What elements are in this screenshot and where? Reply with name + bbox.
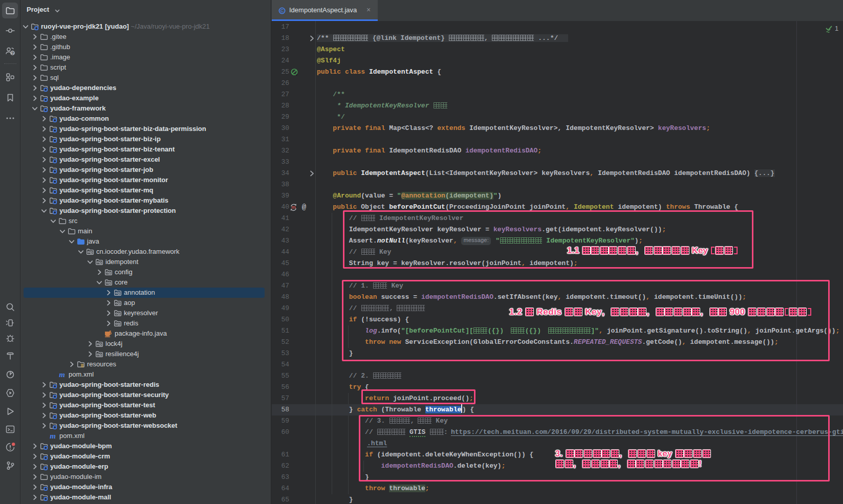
svg-text:?: ? <box>11 51 14 56</box>
svg-text:m: m <box>50 432 56 440</box>
svg-text:m: m <box>59 370 65 379</box>
svg-text:m: m <box>291 204 295 210</box>
svg-text:C: C <box>280 8 284 13</box>
